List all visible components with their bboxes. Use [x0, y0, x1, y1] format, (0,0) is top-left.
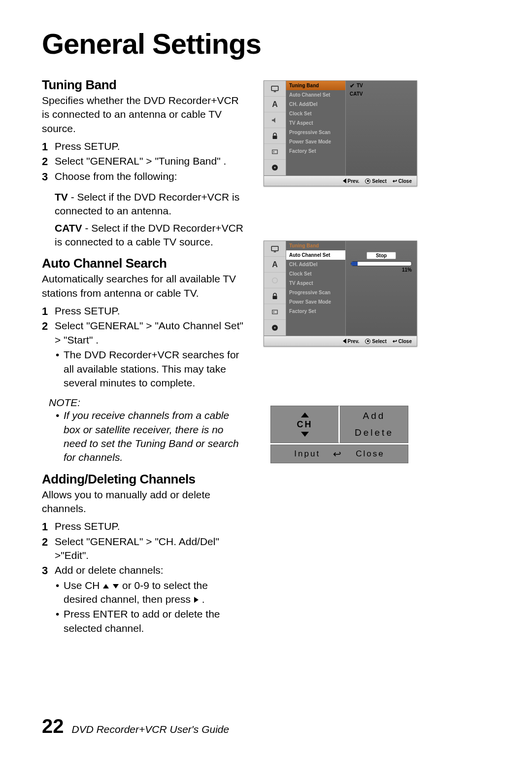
text: Use CH	[64, 580, 102, 591]
osd-item: TV Aspect	[286, 278, 345, 288]
tab-lock-icon	[264, 128, 286, 144]
osd-option-catv: CATV	[346, 90, 417, 98]
osd-item-tuning-band: Tuning Band	[286, 81, 345, 90]
osd-item: TV Aspect	[286, 118, 345, 128]
page-footer: 22 DVD Recorder+VCR User's Guide	[42, 715, 229, 737]
page-number: 22	[42, 715, 64, 737]
option-tv: TV - Select if the DVD Recorder+VCR is c…	[55, 190, 244, 218]
option-delete: Delete	[355, 425, 394, 440]
option-add: Add	[363, 409, 386, 423]
step-text: Add or delete channels:	[55, 564, 164, 576]
svg-rect-3	[272, 150, 278, 154]
note-bullet: If you receive channels from a cable box…	[55, 409, 244, 464]
tab-letter-a-icon: A	[264, 97, 286, 112]
heading-auto-channel-search: Auto Channel Search	[42, 256, 244, 271]
note-label: NOTE:	[49, 397, 244, 409]
svg-rect-2	[273, 136, 277, 139]
progress-label: 11%	[351, 267, 412, 273]
return-icon: ↩	[333, 448, 343, 460]
step: Press SETUP.	[42, 139, 244, 153]
page-title: General Settings	[42, 27, 498, 60]
osd-item: CH. Add/Del	[286, 100, 345, 109]
osd-item-auto-channel-set: Auto Channel Set	[286, 250, 345, 260]
step: Select "GENERAL" > "CH. Add/Del" >"Edit"…	[42, 535, 244, 563]
arrow-down-icon	[301, 432, 309, 437]
footer-select: Select	[365, 339, 386, 344]
osd-item: Power Save Mode	[286, 297, 345, 307]
step: Choose from the following:	[42, 170, 244, 183]
osd-auto-channel-set: A Tuning Band Auto Channel Set CH. Add/D…	[264, 241, 417, 346]
svg-point-14	[274, 327, 276, 328]
osd-menu-list: Tuning Band Auto Channel Set CH. Add/Del…	[286, 241, 346, 336]
arrow-down-icon	[113, 584, 119, 588]
footer-close: Close	[356, 449, 384, 459]
select-icon	[365, 178, 370, 184]
return-icon: ↩	[393, 338, 397, 345]
osd-item: Auto Channel Set	[286, 90, 345, 100]
text-column: Tuning Band Specifies whether the DVD Re…	[42, 77, 244, 642]
osd-item: Progressive Scan	[286, 288, 345, 297]
step: Press SETUP.	[42, 519, 244, 533]
arrow-up-icon	[301, 413, 309, 417]
osd-item: CH. Add/Del	[286, 260, 345, 269]
footer-close: ↩Close	[393, 338, 412, 345]
footer-close: ↩Close	[393, 178, 412, 184]
steps-auto-channel-search: Press SETUP. Select "GENERAL" > "Auto Ch…	[42, 304, 244, 390]
osd-item: Factory Set	[286, 307, 345, 316]
steps-tuning-band: Press SETUP. Select "GENERAL" > "Tuning …	[42, 139, 244, 183]
guide-title: DVD Recorder+VCR User's Guide	[72, 724, 230, 735]
tab-disc-icon	[264, 320, 286, 336]
progress-bar	[351, 261, 412, 266]
svg-rect-12	[273, 311, 274, 312]
bullet: Use CH or 0-9 to select the desired chan…	[55, 579, 244, 607]
svg-point-9	[272, 277, 278, 283]
osd-item: Clock Set	[286, 269, 345, 278]
osd-footer: Prev. Select ↩Close	[264, 175, 417, 186]
osd-tab-strip: A	[264, 81, 286, 175]
footer-prev: Prev.	[343, 178, 360, 184]
select-icon	[365, 339, 370, 344]
svg-rect-0	[271, 86, 278, 90]
return-icon: ↩	[393, 178, 397, 184]
screenshot-column: A Tuning Band Auto Channel Set CH. Add/D…	[264, 77, 498, 642]
triangle-left-icon	[343, 339, 346, 344]
channel-selector: CH	[270, 406, 340, 443]
text: .	[199, 593, 205, 605]
tab-audio-icon	[264, 273, 286, 288]
osd-tuning-band: A Tuning Band Auto Channel Set CH. Add/D…	[264, 80, 417, 186]
desc-add-del-channels: Allows you to manually add or delete cha…	[42, 488, 244, 516]
osd-item: Progressive Scan	[286, 128, 345, 137]
svg-rect-10	[273, 296, 277, 299]
step-text: Select "GENERAL" > "Auto Channel Set" > …	[55, 320, 243, 345]
step: Select "GENERAL" > "Auto Channel Set" > …	[42, 319, 244, 390]
tab-letter-a-icon: A	[264, 257, 286, 273]
option-catv: CATV - Select if the DVD Recorder+VCR is…	[55, 221, 244, 249]
svg-rect-4	[273, 151, 274, 152]
tab-disc-icon	[264, 160, 286, 175]
footer-select: Select	[365, 178, 386, 184]
bullet: Press ENTER to add or delete the selecte…	[55, 607, 244, 635]
osd-item: Tuning Band	[286, 241, 345, 250]
tab-audio-icon	[264, 112, 286, 128]
arrow-right-icon	[194, 597, 199, 603]
footer-prev: Prev.	[343, 339, 360, 344]
heading-tuning-band: Tuning Band	[42, 77, 244, 93]
check-icon: ✔	[350, 83, 355, 89]
osd-right-panel: Stop 11%	[346, 241, 417, 336]
osd-footer: Prev. Select ↩Close	[264, 336, 417, 346]
text: CATV	[350, 91, 363, 97]
footer-input: Input	[294, 449, 320, 459]
osd-right-panel: ✔TV CATV	[346, 81, 417, 175]
tab-general-icon	[264, 241, 286, 257]
step: Select "GENERAL" > "Tuning Band" .	[42, 154, 244, 168]
svg-point-6	[274, 167, 276, 168]
osd-option-tv: ✔TV	[346, 81, 417, 90]
bullet: The DVD Recorder+VCR searches for all av…	[55, 348, 244, 390]
option-catv-label: CATV	[55, 222, 82, 234]
osd-item: Factory Set	[286, 146, 345, 156]
tab-lock-icon	[264, 288, 286, 304]
tab-rec-icon	[264, 144, 286, 160]
note-bullets: If you receive channels from a cable box…	[55, 409, 244, 464]
osd-item: Power Save Mode	[286, 137, 345, 146]
triangle-left-icon	[343, 178, 346, 183]
